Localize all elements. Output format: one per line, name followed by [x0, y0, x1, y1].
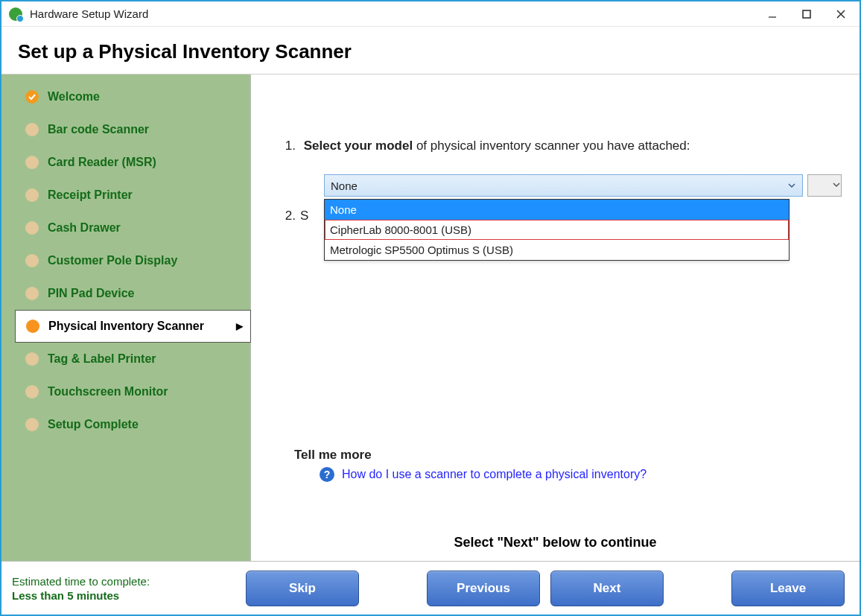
footer-right: Leave — [721, 571, 845, 606]
button-label: Previous — [457, 581, 510, 596]
bullet-icon — [25, 287, 39, 300]
step-physical-inventory-scanner[interactable]: Physical Inventory Scanner ▶ — [15, 310, 251, 343]
option-label: None — [330, 203, 357, 216]
button-label: Skip — [289, 581, 316, 596]
minimize-button[interactable] — [755, 1, 789, 26]
bullet-icon — [25, 221, 39, 235]
step-card-reader[interactable]: Card Reader (MSR) — [1, 146, 250, 179]
step-label: PIN Pad Device — [48, 287, 135, 300]
eta-value: Less than 5 minutes — [12, 589, 235, 602]
previous-button[interactable]: Previous — [427, 571, 540, 606]
step-pin-pad[interactable]: PIN Pad Device — [1, 277, 250, 310]
continue-hint: Select "Next" below to continue — [251, 535, 860, 550]
tell-me-more-section: Tell me more ? How do I use a scanner to… — [279, 448, 646, 482]
model-select-row: None — [324, 174, 842, 197]
check-icon — [25, 90, 39, 104]
model-select-aux-button[interactable] — [807, 174, 842, 197]
window-title: Hardware Setup Wizard — [30, 7, 148, 20]
step-number: 2. — [279, 209, 296, 223]
wizard-window: Hardware Setup Wizard Set up a Physical … — [0, 0, 861, 616]
page-title: Set up a Physical Inventory Scanner — [18, 40, 860, 63]
next-button[interactable]: Next — [550, 571, 664, 606]
eta-block: Estimated time to complete: Less than 5 … — [12, 575, 235, 602]
step-welcome[interactable]: Welcome — [1, 80, 250, 113]
help-link[interactable]: How do I use a scanner to complete a phy… — [342, 468, 646, 481]
footer-mid: Previous Next — [416, 571, 664, 606]
step-label: Touchscreen Monitor — [48, 385, 168, 399]
skip-button[interactable]: Skip — [246, 571, 359, 606]
step-tag-label-printer[interactable]: Tag & Label Printer — [1, 343, 250, 375]
step-touchscreen-monitor[interactable]: Touchscreen Monitor — [1, 375, 250, 408]
step-label: Physical Inventory Scanner — [48, 320, 204, 333]
eta-label: Estimated time to complete: — [12, 575, 150, 588]
window-buttons — [755, 1, 858, 26]
maximize-button[interactable] — [789, 1, 824, 26]
button-label: Leave — [770, 581, 806, 596]
chevron-right-icon: ▶ — [236, 321, 243, 331]
step-label: Card Reader (MSR) — [48, 156, 156, 169]
model-dropdown-list: None CipherLab 8000-8001 (USB) Metrologi… — [324, 199, 789, 261]
tell-me-more-heading: Tell me more — [294, 448, 646, 463]
step-barcode-scanner[interactable]: Bar code Scanner — [1, 113, 250, 146]
model-select[interactable]: None — [324, 174, 803, 197]
step-label: Cash Drawer — [48, 221, 121, 235]
step-cash-drawer[interactable]: Cash Drawer — [1, 212, 250, 244]
chevron-down-icon — [832, 179, 841, 192]
app-icon — [9, 7, 22, 21]
bullet-icon — [25, 254, 39, 267]
button-label: Next — [594, 581, 621, 596]
svg-rect-1 — [803, 10, 810, 18]
bullet-icon — [25, 352, 39, 366]
bullet-icon — [25, 156, 39, 169]
bullet-icon — [25, 123, 39, 136]
option-label: Metrologic SP5500 Optimus S (USB) — [330, 244, 513, 256]
chevron-down-icon — [787, 180, 796, 192]
bullet-icon — [26, 320, 39, 333]
wizard-main-panel: 1. Select your model of physical invento… — [251, 74, 860, 561]
bullet-icon — [25, 188, 39, 202]
wizard-body: Welcome Bar code Scanner Card Reader (MS… — [1, 74, 860, 561]
step-label: Welcome — [48, 90, 100, 104]
help-link-row: ? How do I use a scanner to complete a p… — [320, 467, 646, 482]
step-label: Bar code Scanner — [48, 123, 149, 136]
step-label: Setup Complete — [48, 418, 139, 431]
step-setup-complete[interactable]: Setup Complete — [1, 408, 250, 441]
step-pole-display[interactable]: Customer Pole Display — [1, 244, 250, 277]
step2-text: S — [300, 209, 308, 223]
page-heading: Set up a Physical Inventory Scanner — [1, 27, 860, 74]
step1-rest: of physical inventory scanner you have a… — [413, 139, 690, 153]
bullet-icon — [25, 385, 39, 399]
option-label: CipherLab 8000-8001 (USB) — [330, 223, 471, 236]
model-option-metrologic[interactable]: Metrologic SP5500 Optimus S (USB) — [325, 240, 789, 260]
bullet-icon — [25, 418, 39, 431]
leave-button[interactable]: Leave — [731, 571, 845, 606]
help-icon: ? — [320, 467, 334, 482]
step-label: Tag & Label Printer — [48, 352, 156, 366]
step-number: 1. — [279, 139, 296, 153]
model-option-none[interactable]: None — [325, 200, 789, 220]
step1-bold: Select your model — [304, 139, 413, 153]
titlebar: Hardware Setup Wizard — [1, 1, 860, 27]
wizard-steps-sidebar: Welcome Bar code Scanner Card Reader (MS… — [1, 74, 251, 561]
step-receipt-printer[interactable]: Receipt Printer — [1, 179, 250, 212]
model-select-value: None — [331, 180, 358, 192]
step-label: Receipt Printer — [48, 188, 133, 202]
step1-instruction: 1. Select your model of physical invento… — [279, 139, 842, 153]
step-label: Customer Pole Display — [48, 254, 177, 267]
close-button[interactable] — [824, 1, 858, 26]
model-option-cipherlab[interactable]: CipherLab 8000-8001 (USB) — [325, 220, 789, 240]
wizard-footer: Estimated time to complete: Less than 5 … — [1, 561, 860, 615]
